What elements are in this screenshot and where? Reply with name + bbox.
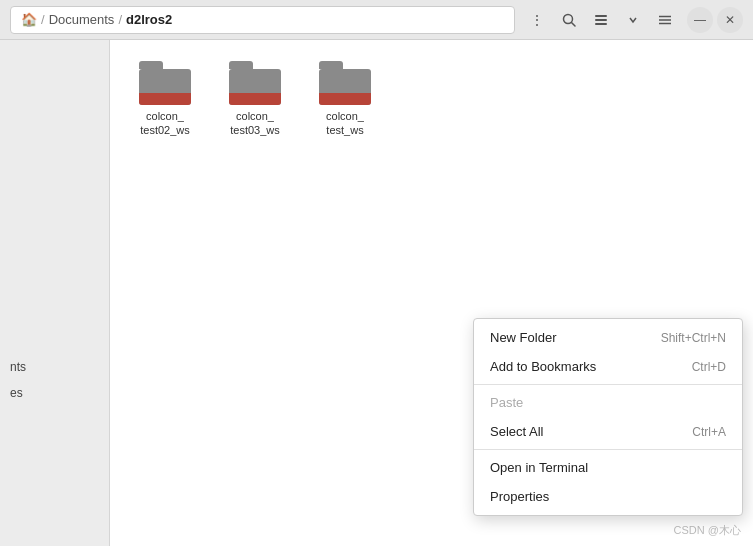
folder-body-2 [229, 69, 281, 105]
folder-tab-2 [229, 61, 253, 69]
folder-body-3 [319, 69, 371, 105]
menu-label-new-folder: New Folder [490, 330, 556, 345]
menu-item-properties[interactable]: Properties [474, 482, 742, 511]
file-item-colcon-test03-ws[interactable]: colcon_test03_ws [215, 55, 295, 144]
minimize-button[interactable]: — [687, 7, 713, 33]
close-button[interactable]: ✕ [717, 7, 743, 33]
menu-label-properties: Properties [490, 489, 549, 504]
watermark: CSDN @木心 [674, 523, 741, 538]
menu-label-add-bookmarks: Add to Bookmarks [490, 359, 596, 374]
main-layout: nts es colcon_test02_ws colcon_test03_ws [0, 40, 753, 546]
folder-icon-1 [139, 61, 191, 105]
folder-body-1 [139, 69, 191, 105]
svg-line-1 [572, 22, 576, 26]
window-controls: — ✕ [687, 7, 743, 33]
menu-label-open-terminal: Open in Terminal [490, 460, 588, 475]
home-icon: 🏠 [21, 12, 37, 27]
folder-icon-2 [229, 61, 281, 105]
menu-item-open-terminal[interactable]: Open in Terminal [474, 453, 742, 482]
menu-item-add-bookmarks[interactable]: Add to Bookmarks Ctrl+D [474, 352, 742, 381]
view-chevron-button[interactable] [619, 6, 647, 34]
more-button[interactable]: ⋮ [523, 6, 551, 34]
breadcrumb-documents[interactable]: Documents [49, 12, 115, 27]
file-label-2: colcon_test03_ws [230, 109, 280, 138]
file-area: colcon_test02_ws colcon_test03_ws colcon… [110, 40, 753, 546]
menu-item-paste: Paste [474, 388, 742, 417]
sidebar-item-5[interactable] [0, 406, 109, 418]
breadcrumb-sep2: / [118, 12, 122, 27]
menu-label-paste: Paste [490, 395, 523, 410]
folder-tab-3 [319, 61, 343, 69]
search-button[interactable] [555, 6, 583, 34]
folder-tab-1 [139, 61, 163, 69]
context-menu: New Folder Shift+Ctrl+N Add to Bookmarks… [473, 318, 743, 516]
sidebar: nts es [0, 40, 110, 546]
menu-shortcut-new-folder: Shift+Ctrl+N [661, 331, 726, 345]
file-grid: colcon_test02_ws colcon_test03_ws colcon… [125, 55, 738, 144]
sidebar-item-documents[interactable]: nts [0, 354, 109, 380]
breadcrumb[interactable]: 🏠 / Documents / d2lros2 [10, 6, 515, 34]
titlebar-actions: ⋮ [523, 6, 679, 34]
file-item-colcon-test02-ws[interactable]: colcon_test02_ws [125, 55, 205, 144]
sidebar-item-1[interactable] [0, 50, 109, 62]
view-list-button[interactable] [587, 6, 615, 34]
menu-divider-1 [474, 384, 742, 385]
breadcrumb-current: d2lros2 [126, 12, 172, 27]
chevron-down-icon [628, 15, 638, 25]
menu-item-select-all[interactable]: Select All Ctrl+A [474, 417, 742, 446]
file-label-1: colcon_test02_ws [140, 109, 190, 138]
menu-shortcut-add-bookmarks: Ctrl+D [692, 360, 726, 374]
svg-rect-3 [595, 19, 607, 21]
menu-item-new-folder[interactable]: New Folder Shift+Ctrl+N [474, 323, 742, 352]
hamburger-button[interactable] [651, 6, 679, 34]
view-list-icon [594, 13, 608, 27]
file-label-3: colcon_test_ws [326, 109, 364, 138]
menu-shortcut-select-all: Ctrl+A [692, 425, 726, 439]
titlebar: 🏠 / Documents / d2lros2 ⋮ [0, 0, 753, 40]
menu-label-select-all: Select All [490, 424, 543, 439]
svg-rect-2 [595, 15, 607, 17]
svg-rect-4 [595, 23, 607, 25]
sidebar-item-favorites[interactable]: es [0, 380, 109, 406]
folder-icon-3 [319, 61, 371, 105]
file-item-colcon-test-ws[interactable]: colcon_test_ws [305, 55, 385, 144]
sidebar-item-2[interactable] [0, 62, 109, 74]
breadcrumb-sep1: / [41, 12, 45, 27]
hamburger-icon [658, 13, 672, 27]
search-icon [562, 13, 576, 27]
menu-divider-2 [474, 449, 742, 450]
